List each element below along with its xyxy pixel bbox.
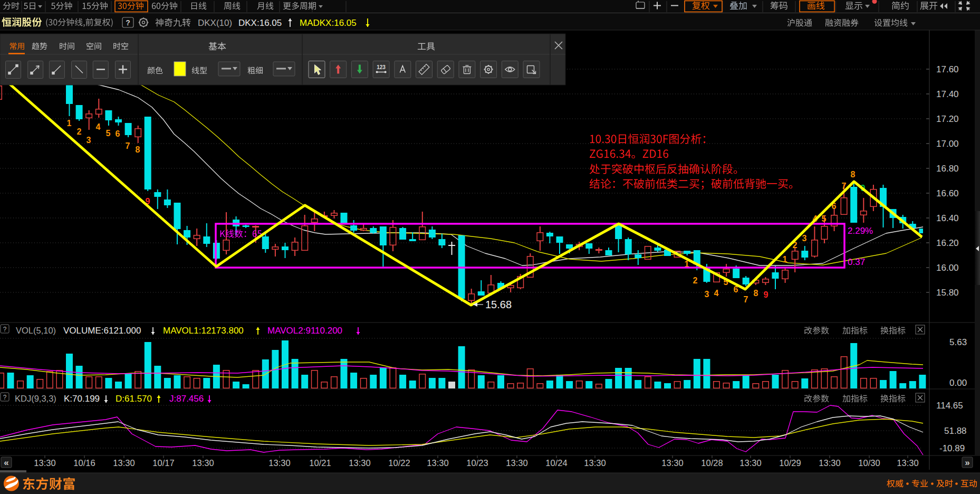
svg-text:16.60: 16.60 [936,188,959,198]
svg-text:MAVOL1:12173.800: MAVOL1:12173.800 [163,326,244,336]
svg-text:2.29%: 2.29% [848,226,873,236]
svg-text:8: 8 [754,289,758,298]
svg-text:13:30: 13:30 [427,458,448,468]
svg-text:13:30: 13:30 [897,458,918,468]
svg-text:10/21: 10/21 [309,458,331,468]
svg-text:DKX:16.05: DKX:16.05 [238,18,282,28]
svg-text:16.00: 16.00 [936,263,959,273]
svg-text:17.00: 17.00 [936,139,959,149]
svg-text:114.65: 114.65 [936,401,963,411]
svg-text:13:30: 13:30 [192,458,214,468]
svg-text:16.40: 16.40 [936,213,959,223]
svg-text:-10.89: -10.89 [939,443,965,453]
svg-text:10/24: 10/24 [545,458,567,468]
svg-text:5: 5 [106,129,111,138]
svg-text:13:30: 13:30 [268,458,290,468]
svg-text:1: 1 [783,255,787,264]
svg-text:13:30: 13:30 [506,458,527,468]
svg-text:«: « [4,458,8,468]
svg-text:15.80: 15.80 [936,288,959,298]
svg-text:MAVOL2:9110.200: MAVOL2:9110.200 [267,326,342,336]
svg-text:3: 3 [705,290,709,299]
svg-text:7: 7 [126,141,130,150]
svg-text:MADKX:16.05: MADKX:16.05 [300,18,357,28]
svg-text:51.88: 51.88 [944,426,967,436]
svg-text:4: 4 [714,289,719,298]
svg-text:10/30: 10/30 [858,458,880,468]
svg-text:10/29: 10/29 [779,458,801,468]
svg-text:0.00: 0.00 [949,378,967,388]
svg-text:9: 9 [764,290,768,299]
svg-text:17.20: 17.20 [936,114,959,124]
svg-text:17.60: 17.60 [936,64,959,74]
svg-text:VOLUME:6121.000: VOLUME:6121.000 [63,326,141,336]
svg-text:13:30: 13:30 [113,458,134,468]
svg-text:6: 6 [116,129,120,138]
svg-text:2: 2 [693,276,698,285]
svg-text:123: 123 [377,64,386,70]
svg-text:10/23: 10/23 [466,458,488,468]
svg-text:17.40: 17.40 [936,89,959,99]
svg-text:D:61.570: D:61.570 [116,394,152,404]
svg-text:10/22: 10/22 [388,458,410,468]
svg-text:J:87.456: J:87.456 [169,394,204,404]
svg-text:?: ? [3,326,7,333]
svg-text:3: 3 [802,234,807,243]
svg-text:4: 4 [96,122,101,131]
svg-text:13:30: 13:30 [584,458,606,468]
svg-text:2: 2 [77,127,82,136]
svg-text:16.20: 16.20 [936,238,959,248]
svg-text:0.37: 0.37 [848,257,865,267]
svg-text:13:30: 13:30 [819,458,840,468]
svg-text:10/17: 10/17 [152,458,174,468]
svg-text:13:30: 13:30 [739,458,761,468]
svg-text:13:30: 13:30 [349,458,370,468]
svg-text:8: 8 [851,170,856,179]
svg-text:?: ? [3,394,7,401]
svg-text:»: » [965,458,969,468]
svg-text:13:30: 13:30 [661,458,683,468]
svg-text:10/16: 10/16 [73,458,95,468]
svg-text:5.63: 5.63 [949,337,967,347]
svg-text:1: 1 [67,119,72,128]
svg-text:?: ? [126,18,130,27]
svg-text:7: 7 [744,295,748,304]
svg-text:10/28: 10/28 [701,458,723,468]
svg-text:3: 3 [87,136,91,145]
svg-text:KDJ(9,3,3): KDJ(9,3,3) [15,394,56,403]
svg-text:VOL(5,10): VOL(5,10) [16,326,56,335]
svg-text:K:70.199: K:70.199 [64,394,100,404]
svg-text:8: 8 [136,145,140,154]
svg-text:13:30: 13:30 [34,458,55,468]
svg-text:DKX(10): DKX(10) [198,18,232,28]
svg-text:15.68: 15.68 [485,299,512,310]
svg-text:16.80: 16.80 [936,164,959,174]
svg-text:5: 5 [822,214,827,223]
